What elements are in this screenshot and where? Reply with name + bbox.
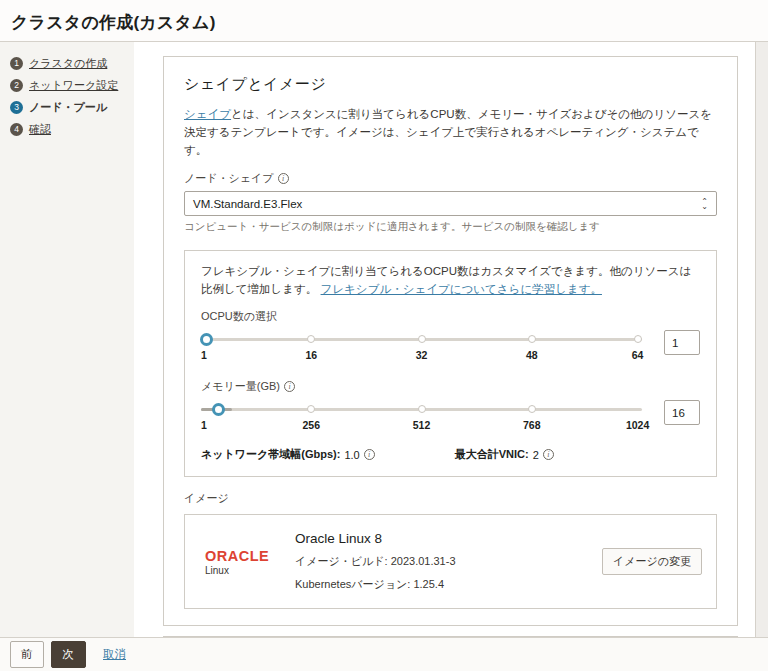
oracle-logo-word: ORACLE: [205, 548, 277, 564]
memory-tick-label-1024: 1024: [626, 419, 649, 431]
shape-doc-link[interactable]: シェイプ: [184, 108, 231, 120]
step-network-settings[interactable]: 2 ネットワーク設定: [10, 78, 126, 93]
ocpu-tick-label-32: 32: [416, 349, 428, 361]
ocpu-slider-label: OCPU数の選択: [201, 309, 277, 324]
oracle-logo-sub: Linux: [205, 565, 277, 576]
main-content: シェイプとイメージ シェイプとは、インスタンスに割り当てられるCPU数、メモリー…: [134, 42, 755, 637]
ocpu-tick-label-1: 1: [201, 349, 207, 361]
step-node-pool[interactable]: 3 ノード・プール: [10, 100, 126, 115]
memory-info-icon[interactable]: i: [284, 381, 295, 392]
vnic-value: 2: [533, 449, 539, 461]
bandwidth-value: 1.0: [344, 449, 359, 461]
memory-slider-label: メモリー量(GB): [201, 379, 280, 394]
shape-intro-rest: とは、インスタンスに割り当てられるCPU数、メモリー・サイズおよびその他のリソー…: [184, 108, 712, 156]
previous-button[interactable]: 前: [10, 641, 44, 668]
image-build-value: 2023.01.31-3: [391, 555, 456, 567]
page-title: クラスタの作成(カスタム): [11, 11, 752, 34]
flex-shape-box: フレキシブル・シェイプに割り当てられるOCPU数はカスタマイズできます。他のリソ…: [184, 250, 717, 477]
step-4-circle-icon: 4: [10, 123, 23, 136]
ocpu-tick-16: [307, 335, 315, 343]
memory-tick-label-512: 512: [413, 419, 431, 431]
flex-shape-text: フレキシブル・シェイプに割り当てられるOCPU数はカスタマイズできます。他のリソ…: [201, 263, 700, 299]
memory-tick-768: [528, 405, 536, 413]
flex-shape-learn-link[interactable]: フレキシブル・シェイプについてさらに学習します。: [321, 283, 602, 295]
step-confirm[interactable]: 4 確認: [10, 122, 126, 137]
memory-tick-label-768: 768: [523, 419, 541, 431]
shape-intro-text: シェイプとは、インスタンスに割り当てられるCPU数、メモリー・サイズおよびその他…: [184, 106, 717, 159]
bandwidth-info-icon[interactable]: i: [364, 449, 375, 460]
node-shape-label-row: ノード・シェイプ i: [184, 171, 717, 186]
step-1-label[interactable]: クラスタの作成: [29, 56, 107, 71]
image-k8s-label: Kubernetesバージョン:: [295, 578, 410, 590]
ocpu-slider-label-row: OCPU数の選択: [201, 309, 700, 324]
ocpu-count-input[interactable]: [664, 330, 700, 355]
memory-slider-row: 1 256 512 768 1024: [201, 400, 700, 433]
node-shape-help-text: コンピュート・サービスの制限はポッドに適用されます。サービスの制限を確認します: [184, 220, 717, 234]
vnic-info-icon[interactable]: i: [543, 449, 554, 460]
node-shape-select[interactable]: VM.Standard.E3.Flex ⌃⌄: [184, 191, 717, 216]
memory-tick-label-1: 1: [201, 419, 207, 431]
select-updown-icon: ⌃⌄: [701, 199, 708, 209]
ocpu-slider-row: 1 16 32 48 64: [201, 330, 700, 363]
image-card: ORACLE Linux Oracle Linux 8 イメージ・ビルド: 20…: [184, 514, 717, 609]
cancel-link[interactable]: 取消: [103, 647, 126, 662]
memory-slider-handle[interactable]: [212, 403, 225, 416]
step-1-circle-icon: 1: [10, 57, 23, 70]
image-label: イメージ: [184, 491, 717, 506]
image-k8s-value: 1.25.4: [413, 578, 444, 590]
node-pool-options-card: ノード・プール・オプション ノード数 i ネットワーク・セキュリティ・グループ(…: [163, 636, 738, 637]
node-shape-label: ノード・シェイプ: [184, 171, 274, 186]
ocpu-tick-label-48: 48: [526, 349, 538, 361]
shape-stats-row: ネットワーク帯域幅(Gbps): 1.0 i 最大合計VNIC: 2 i: [201, 447, 700, 462]
wizard-steps-sidebar: 1 クラスタの作成 2 ネットワーク設定 3 ノード・プール 4 確認: [0, 42, 134, 637]
ocpu-tick-32: [418, 335, 426, 343]
step-4-label[interactable]: 確認: [29, 122, 51, 137]
memory-slider-label-row: メモリー量(GB) i: [201, 379, 700, 394]
memory-tick-256: [307, 405, 315, 413]
vnic-stat: 最大合計VNIC: 2 i: [455, 447, 554, 462]
image-build-line: イメージ・ビルド: 2023.01.31-3: [295, 554, 602, 569]
ocpu-slider[interactable]: 1 16 32 48 64: [201, 333, 642, 363]
memory-slider[interactable]: 1 256 512 768 1024: [201, 403, 642, 433]
change-image-button[interactable]: イメージの変更: [602, 548, 702, 575]
image-meta: Oracle Linux 8 イメージ・ビルド: 2023.01.31-3 Ku…: [295, 531, 602, 592]
page-header: クラスタの作成(カスタム): [0, 0, 768, 41]
image-name: Oracle Linux 8: [295, 531, 602, 546]
wizard-footer: 前 次 取消: [0, 637, 768, 671]
node-shape-value: VM.Standard.E3.Flex: [193, 198, 701, 210]
node-shape-info-icon[interactable]: i: [278, 173, 289, 184]
oracle-linux-logo-icon: ORACLE Linux: [205, 548, 277, 576]
memory-tick-512: [418, 405, 426, 413]
step-cluster-create[interactable]: 1 クラスタの作成: [10, 56, 126, 71]
step-2-label[interactable]: ネットワーク設定: [29, 78, 118, 93]
ocpu-tick-label-64: 64: [632, 349, 644, 361]
bandwidth-stat: ネットワーク帯域幅(Gbps): 1.0 i: [201, 447, 375, 462]
step-3-label: ノード・プール: [29, 100, 107, 115]
ocpu-tick-64: [634, 335, 642, 343]
cluster-create-wizard: クラスタの作成(カスタム) 1 クラスタの作成 2 ネットワーク設定 3 ノード…: [0, 0, 768, 671]
shape-section-title: シェイプとイメージ: [184, 75, 717, 94]
step-2-circle-icon: 2: [10, 79, 23, 92]
image-build-label: イメージ・ビルド:: [295, 555, 388, 567]
ocpu-tick-48: [528, 335, 536, 343]
memory-amount-input[interactable]: [664, 400, 700, 425]
ocpu-slider-handle[interactable]: [200, 333, 213, 346]
shape-image-card: シェイプとイメージ シェイプとは、インスタンスに割り当てられるCPU数、メモリー…: [163, 56, 738, 626]
memory-tick-label-256: 256: [302, 419, 320, 431]
vnic-label: 最大合計VNIC:: [455, 447, 529, 462]
bandwidth-label: ネットワーク帯域幅(Gbps):: [201, 447, 340, 462]
next-button[interactable]: 次: [51, 641, 87, 668]
image-k8s-line: Kubernetesバージョン: 1.25.4: [295, 577, 602, 592]
right-gutter: [755, 42, 768, 637]
step-3-circle-icon: 3: [10, 101, 23, 114]
ocpu-tick-label-16: 16: [305, 349, 317, 361]
